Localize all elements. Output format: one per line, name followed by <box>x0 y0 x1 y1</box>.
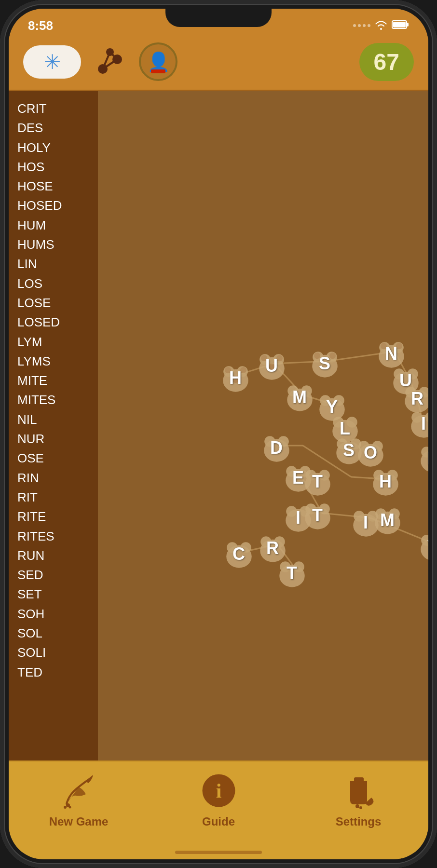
word-lose: LOSE <box>17 293 89 312</box>
signal-dots <box>353 24 370 27</box>
svg-rect-1 <box>407 23 409 27</box>
word-losed: LOSED <box>17 312 89 332</box>
main-content: CRIT DES HOLY HOS HOSE HOSED HUM HUMS LI… <box>9 91 428 760</box>
word-mites: MITES <box>17 390 89 409</box>
snowflake-icon: ✳ <box>44 50 61 74</box>
word-soli: SOLI <box>17 643 89 662</box>
svg-point-93 <box>354 511 365 522</box>
word-los: LOS <box>17 274 89 293</box>
word-ted: TED <box>17 663 89 682</box>
letter-tile-v1[interactable]: V <box>414 528 428 566</box>
word-hose: HOSE <box>17 176 89 196</box>
phone-frame: 8:58 <box>0 0 437 868</box>
letter-tile-i1[interactable]: I <box>404 405 428 443</box>
tab-new-game[interactable]: New Game <box>9 770 149 828</box>
snowflake-button[interactable]: ✳ <box>23 45 81 79</box>
connections-svg <box>98 91 428 760</box>
word-ose: OSE <box>17 448 89 468</box>
word-rit: RIT <box>17 488 89 507</box>
status-time: 8:58 <box>28 18 53 33</box>
notch <box>165 9 272 27</box>
status-icons <box>353 19 409 32</box>
settings-icon <box>337 770 380 811</box>
settings-label: Settings <box>336 815 382 828</box>
letter-tile-m2[interactable]: M <box>368 501 407 540</box>
letter-tile-t2[interactable]: T <box>298 496 337 535</box>
svg-point-117 <box>355 804 359 808</box>
graph-icon <box>93 45 127 79</box>
word-sol: SOL <box>17 624 89 643</box>
word-holy: HOLY <box>17 138 89 157</box>
tab-settings[interactable]: Settings <box>288 770 428 828</box>
svg-rect-2 <box>393 22 406 27</box>
svg-point-87 <box>286 506 297 517</box>
word-lyms: LYMS <box>17 352 89 371</box>
letter-tile-t3[interactable]: T <box>273 554 311 593</box>
new-game-label: New Game <box>49 815 109 828</box>
wifi-icon <box>374 19 388 32</box>
guide-icon: i <box>197 770 240 811</box>
guide-label: Guide <box>202 815 235 828</box>
word-hos: HOS <box>17 157 89 176</box>
word-nur: NUR <box>17 429 89 448</box>
battery-icon <box>392 20 409 32</box>
toolbar: ✳ 👤 67 <box>9 38 428 91</box>
letter-tile-h2[interactable]: H <box>366 462 405 501</box>
signal-dot-2 <box>358 24 361 27</box>
letter-tile-t1[interactable]: T <box>298 462 337 501</box>
letter-tile-h1[interactable]: H <box>216 359 255 397</box>
tab-guide[interactable]: i Guide <box>149 770 288 828</box>
word-list: CRIT DES HOLY HOS HOSE HOSED HUM HUMS LI… <box>9 91 98 760</box>
word-rin: RIN <box>17 468 89 488</box>
word-des: DES <box>17 118 89 137</box>
word-set: SET <box>17 584 89 604</box>
graph-button[interactable] <box>91 42 129 81</box>
signal-dot-4 <box>368 24 370 27</box>
phone-screen: 8:58 <box>9 9 428 859</box>
svg-point-111 <box>64 806 67 809</box>
word-lin: LIN <box>17 254 89 273</box>
svg-rect-115 <box>354 777 364 783</box>
signal-dot-3 <box>363 24 366 27</box>
word-lym: LYM <box>17 332 89 352</box>
svg-point-60 <box>411 412 423 423</box>
word-sed: SED <box>17 565 89 584</box>
new-game-icon <box>57 770 100 811</box>
letter-tile-n3[interactable]: N <box>414 439 428 478</box>
letter-tile-c1[interactable]: C <box>219 535 258 573</box>
svg-point-112 <box>69 806 71 809</box>
health-bar <box>151 69 165 73</box>
home-indicator <box>9 845 428 859</box>
word-run: RUN <box>17 546 89 565</box>
word-mite: MITE <box>17 371 89 390</box>
word-nil: NIL <box>17 410 89 429</box>
character-button[interactable]: 👤 <box>139 42 178 81</box>
word-rite: RITE <box>17 507 89 526</box>
score-value: 67 <box>374 49 399 75</box>
word-soh: SOH <box>17 604 89 624</box>
game-board[interactable]: H U S N <box>98 91 428 760</box>
word-hums: HUMS <box>17 235 89 254</box>
home-bar <box>175 851 262 854</box>
svg-text:i: i <box>216 780 221 802</box>
letter-tile-s1[interactable]: S <box>305 344 344 383</box>
tab-bar: New Game i Guide <box>9 760 428 845</box>
word-hum: HUM <box>17 216 89 235</box>
signal-dot-1 <box>353 24 356 27</box>
word-crit: CRIT <box>17 99 89 118</box>
word-rites: RITES <box>17 527 89 546</box>
score-display: 67 <box>359 43 414 81</box>
svg-point-118 <box>359 806 362 809</box>
word-hosed: HOSED <box>17 196 89 215</box>
